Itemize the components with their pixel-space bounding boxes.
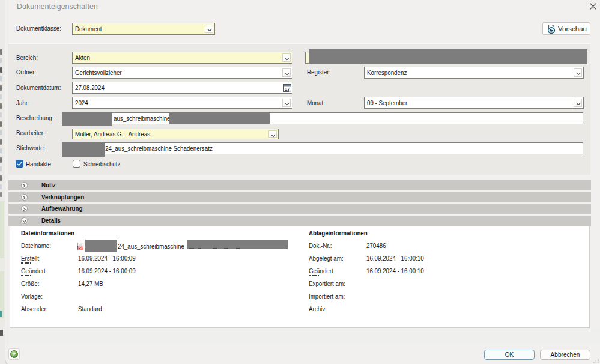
svg-text:PDF: PDF [78,246,83,249]
svg-text:?: ? [13,351,16,357]
svg-text:17: 17 [285,86,290,92]
